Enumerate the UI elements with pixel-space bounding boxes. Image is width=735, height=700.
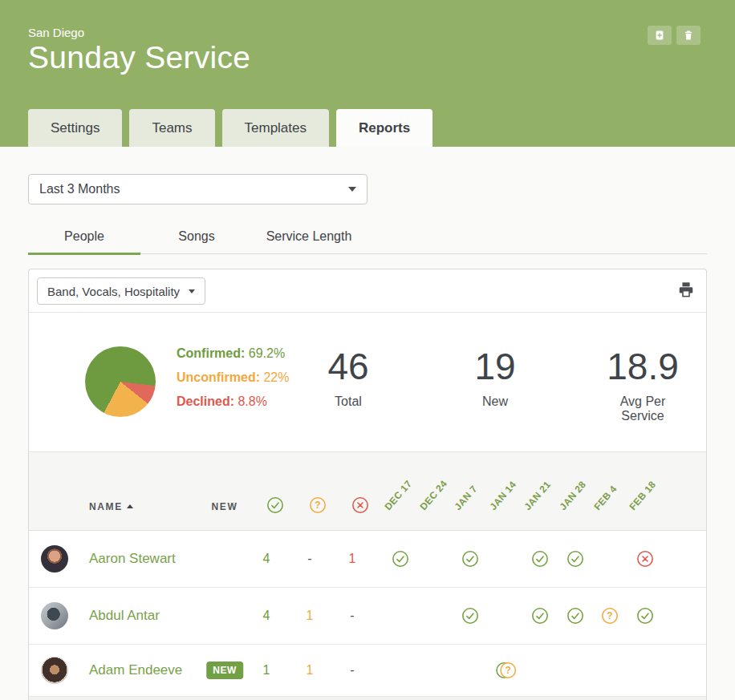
confirmed-status-icon	[392, 550, 409, 568]
declined-count: -	[350, 609, 354, 623]
confirmed-count: 4	[263, 552, 270, 566]
pie-chart	[85, 346, 156, 417]
table-row: Aaron Stewart4-1	[29, 531, 706, 588]
report-content: Last 3 Months PeopleSongsService Length …	[0, 174, 735, 700]
box-plus-icon	[654, 30, 665, 41]
confirmed-column-header-icon[interactable]	[266, 496, 284, 514]
page-header: San Diego Sunday Service SettingsTeamsTe…	[0, 0, 735, 147]
stat-value: 46	[327, 348, 368, 385]
stat-value: 18.9	[607, 348, 679, 385]
stat-label: Total	[327, 395, 368, 409]
team-filter-select[interactable]: Band, Vocals, Hospitality	[37, 277, 205, 305]
stat-label: New	[474, 395, 515, 409]
conflict-status-icon: ?	[493, 662, 516, 679]
add-template-button[interactable]	[648, 26, 672, 45]
table-body: Aaron Stewart4-1Abdul Antar41-?Adam Ende…	[29, 531, 706, 697]
date-column-header: JAN 7	[452, 484, 479, 512]
stat-avg-per-service: 18.9Avg Per Service	[607, 348, 679, 423]
tab-settings[interactable]: Settings	[28, 109, 122, 147]
declined-column-header-icon[interactable]	[351, 496, 369, 514]
team-filter-value: Band, Vocals, Hospitality	[47, 285, 180, 298]
date-column-header: DEC 17	[382, 478, 414, 512]
avatar	[41, 657, 68, 684]
table-footer-strip	[29, 697, 706, 700]
table-header: NAME NEW ? DEC 17DEC 24JAN 7JAN 14JAN 21…	[29, 452, 706, 531]
date-range-value: Last 3 Months	[39, 182, 120, 196]
report-tab-people[interactable]: People	[28, 223, 140, 253]
date-column-header: JAN 28	[557, 479, 588, 512]
date-column-header: JAN 14	[487, 479, 518, 512]
delete-button[interactable]	[676, 26, 700, 45]
svg-text:?: ?	[505, 665, 510, 676]
summary-section: Confirmed: 69.2%Unconfirmed: 22%Declined…	[29, 313, 706, 452]
unconfirmed-count: 1	[307, 663, 314, 678]
name-column-header[interactable]: NAME	[89, 501, 133, 512]
main-tab-bar: SettingsTeamsTemplatesReports	[28, 109, 432, 147]
unconfirmed-column-header-icon[interactable]: ?	[309, 496, 327, 514]
declined-status-icon	[636, 550, 654, 568]
report-tab-bar: PeopleSongsService Length	[28, 223, 707, 254]
new-badge: NEW	[206, 662, 243, 679]
confirmed-count: 1	[263, 663, 270, 678]
avatar	[41, 545, 68, 573]
new-column-header[interactable]: NEW	[212, 501, 238, 512]
tab-teams[interactable]: Teams	[129, 109, 214, 147]
printer-icon	[677, 281, 696, 298]
confirmed-status-icon	[566, 607, 584, 625]
campus-label: San Diego	[28, 26, 84, 39]
tab-templates[interactable]: Templates	[222, 109, 329, 147]
page-title: Sunday Service	[28, 40, 250, 75]
sort-ascending-icon	[127, 504, 133, 508]
stat-label: Avg Per Service	[607, 395, 679, 423]
avatar	[41, 602, 68, 629]
tab-reports[interactable]: Reports	[336, 109, 432, 147]
person-name-link[interactable]: Abdul Antar	[89, 608, 160, 624]
date-column-header: FEB 4	[591, 484, 619, 512]
table-row: Adam EndeeveNEW11-?	[29, 645, 706, 697]
person-name-link[interactable]: Aaron Stewart	[89, 551, 176, 567]
date-column-header: FEB 18	[627, 479, 658, 512]
date-column-header: DEC 24	[417, 478, 449, 512]
declined-count: 1	[349, 552, 356, 566]
filter-row: Band, Vocals, Hospitality	[29, 269, 706, 313]
report-tab-service-length[interactable]: Service Length	[253, 223, 365, 253]
trash-icon	[683, 30, 694, 41]
svg-text:?: ?	[607, 610, 612, 621]
chevron-down-icon	[189, 289, 195, 293]
print-button[interactable]	[677, 280, 696, 299]
confirmed-status-icon	[531, 550, 549, 568]
chevron-down-icon	[348, 187, 356, 192]
report-panel: Band, Vocals, Hospitality Confirmed: 69.…	[28, 269, 707, 700]
svg-text:?: ?	[315, 500, 320, 511]
date-column-header: JAN 21	[522, 479, 553, 512]
report-tab-songs[interactable]: Songs	[140, 223, 253, 253]
confirmed-status-icon	[566, 550, 584, 568]
confirmed-status-icon	[461, 550, 479, 568]
legend-declined: Declined: 8.8%	[177, 390, 289, 414]
date-range-select[interactable]: Last 3 Months	[28, 174, 368, 204]
header-actions	[648, 26, 700, 45]
stat-new: 19New	[474, 348, 515, 409]
confirmed-count: 4	[263, 609, 270, 623]
stat-value: 19	[474, 348, 515, 385]
table-row: Abdul Antar41-?	[29, 588, 706, 645]
unconfirmed-status-icon: ?	[601, 607, 619, 625]
confirmed-status-icon	[636, 607, 654, 625]
person-name-link[interactable]: Adam Endeeve	[89, 662, 182, 678]
legend-confirmed: Confirmed: 69.2%	[177, 342, 289, 366]
declined-count: -	[350, 663, 354, 678]
legend-unconfirmed: Unconfirmed: 22%	[177, 366, 289, 390]
stat-total: 46Total	[327, 348, 368, 409]
unconfirmed-count: -	[307, 552, 311, 566]
confirmed-status-icon	[531, 607, 549, 625]
unconfirmed-count: 1	[307, 609, 314, 623]
confirmed-status-icon	[461, 607, 479, 625]
pie-legend: Confirmed: 69.2%Unconfirmed: 22%Declined…	[177, 342, 289, 414]
